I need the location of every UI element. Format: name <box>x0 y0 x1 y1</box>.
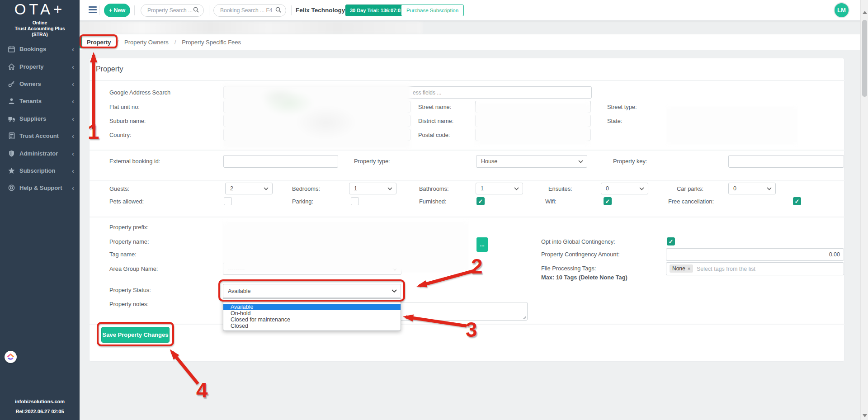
area-group-label: Area Group Name: <box>109 265 158 272</box>
flat-unit-label: Flat unit no: <box>109 104 140 110</box>
calculator-icon <box>8 132 15 139</box>
property-status-select[interactable]: Available <box>223 284 401 298</box>
global-contingency-checkbox[interactable]: ✓ <box>667 237 675 245</box>
chevron-left-icon: ‹ <box>72 80 74 88</box>
booking-search-input[interactable] <box>220 7 275 14</box>
redacted-region <box>223 84 410 148</box>
divider <box>341 5 341 15</box>
star-icon <box>8 167 15 174</box>
property-type-select[interactable]: House <box>476 155 587 168</box>
purchase-subscription-button[interactable]: Purchase Subscription <box>401 5 464 16</box>
bedrooms-label: Bedrooms: <box>292 185 320 192</box>
bathrooms-select[interactable]: 1 <box>476 183 523 194</box>
street-name-label: Street name: <box>418 104 451 110</box>
status-option-on-hold[interactable]: On-hold <box>223 310 401 316</box>
sidebar-item-subscription[interactable]: Subscription ‹ <box>0 164 80 177</box>
guests-label: Guests: <box>109 185 129 192</box>
scrollbar-thumb[interactable] <box>862 20 867 97</box>
scroll-down-icon[interactable] <box>863 414 867 417</box>
clickup-widget-icon[interactable] <box>5 351 17 363</box>
app-logo: OTA+ <box>0 1 80 18</box>
chevron-down-icon <box>767 185 772 192</box>
chevron-down-icon <box>578 158 583 165</box>
breadcrumb-item-property[interactable]: Property <box>87 39 111 46</box>
remove-tag-icon[interactable]: × <box>688 266 690 271</box>
page-scrollbar[interactable] <box>860 0 868 420</box>
sidebar-item-tenants[interactable]: Tenants ‹ <box>0 94 80 108</box>
chevron-left-icon: ‹ <box>72 167 74 175</box>
max-tags-label: Max: 10 Tags (Delete None Tag) <box>541 274 627 281</box>
ensuites-select[interactable]: 0 <box>601 183 648 194</box>
sidebar-item-suppliers[interactable]: Suppliers ‹ <box>0 112 80 125</box>
status-option-empty[interactable]: --------- <box>223 299 401 304</box>
annotation-number-4: 4 <box>196 378 208 402</box>
redacted-region <box>475 103 590 144</box>
status-option-closed[interactable]: Closed <box>223 323 401 329</box>
free-cancellation-checkbox[interactable]: ✓ <box>793 197 801 205</box>
tags-placeholder: Select tags from the list <box>697 266 755 272</box>
home-icon <box>8 63 15 70</box>
scroll-up-icon[interactable] <box>863 11 867 14</box>
guests-select[interactable]: 2 <box>225 183 273 194</box>
resize-handle[interactable] <box>522 315 526 319</box>
user-icon <box>8 98 15 104</box>
sidebar-item-trust-account[interactable]: Trust Account ‹ <box>0 129 80 142</box>
pets-allowed-checkbox[interactable] <box>224 197 232 205</box>
divider <box>90 180 845 181</box>
sidebar-item-property[interactable]: Property ‹ <box>0 60 80 73</box>
sidebar-item-owners[interactable]: Owners ‹ <box>0 77 80 90</box>
chevron-down-icon <box>387 185 392 192</box>
property-key-input[interactable] <box>728 155 844 168</box>
redacted-region <box>223 222 468 272</box>
property-name-more-button[interactable]: ... <box>476 237 488 252</box>
search-icon <box>193 6 199 14</box>
property-search-input[interactable] <box>147 7 193 14</box>
help-icon <box>8 184 15 191</box>
breadcrumb-separator: / <box>117 39 118 46</box>
search-icon <box>275 6 281 14</box>
sidebar-item-administrator[interactable]: Administrator ‹ <box>0 146 80 160</box>
wifi-label: Wifi: <box>545 198 557 205</box>
chevron-down-icon <box>264 185 269 192</box>
breadcrumb-item-property-owners[interactable]: Property Owners <box>124 39 169 46</box>
menu-toggle-icon[interactable] <box>89 6 97 14</box>
tag-chip-none[interactable]: None× <box>670 264 693 273</box>
property-form-card: Property Google Address Search ess field… <box>89 58 844 362</box>
global-contingency-label: Opt into Global Contingency: <box>541 238 615 245</box>
property-prefix-label: Property prefix: <box>109 224 149 231</box>
save-property-changes-button[interactable]: Save Property Changes <box>101 327 170 343</box>
wifi-checkbox[interactable]: ✓ <box>604 197 612 205</box>
chevron-down-icon <box>639 185 644 192</box>
sidebar-item-bookings[interactable]: Bookings ‹ <box>0 42 80 56</box>
bedrooms-select[interactable]: 1 <box>349 183 396 194</box>
property-search <box>141 4 204 17</box>
street-type-label: Street type: <box>607 104 637 110</box>
chevron-left-icon: ‹ <box>72 132 74 140</box>
breadcrumb-item-property-specific-fees[interactable]: Property Specific Fees <box>182 39 241 46</box>
divider <box>90 80 845 81</box>
footer-site: infobizsolutions.com <box>0 399 80 404</box>
property-status-label: Property Status: <box>109 287 151 293</box>
car-parks-label: Car parks: <box>677 185 703 192</box>
sidebar-item-help-support[interactable]: Help & Support ‹ <box>0 181 80 194</box>
furnished-checkbox[interactable]: ✓ <box>476 197 485 205</box>
property-name-label: Property name: <box>109 238 149 245</box>
furnished-label: Furnished: <box>419 198 446 205</box>
property-notes-textarea[interactable] <box>389 302 528 321</box>
ensuites-label: Ensuites: <box>548 185 572 192</box>
car-parks-select[interactable]: 0 <box>728 183 776 194</box>
external-booking-id-input[interactable] <box>223 155 338 168</box>
status-option-available[interactable]: Available <box>223 304 401 310</box>
redacted-region <box>666 107 797 144</box>
status-option-closed-for-maintenance[interactable]: Closed for maintenance <box>223 316 401 323</box>
app-logo-subtitle: Online Trust Accounting Plus (STRA) <box>0 20 80 38</box>
parking-checkbox[interactable] <box>351 197 359 205</box>
breadcrumb-accent <box>80 37 82 48</box>
user-avatar[interactable]: LM <box>834 2 849 18</box>
divider <box>134 5 135 15</box>
divider <box>209 5 209 15</box>
contingency-amount-input[interactable] <box>666 248 844 261</box>
sidebar: OTA+ Online Trust Accounting Plus (STRA)… <box>0 0 80 420</box>
new-button[interactable]: + New <box>104 4 130 17</box>
redacted-region <box>80 22 422 34</box>
